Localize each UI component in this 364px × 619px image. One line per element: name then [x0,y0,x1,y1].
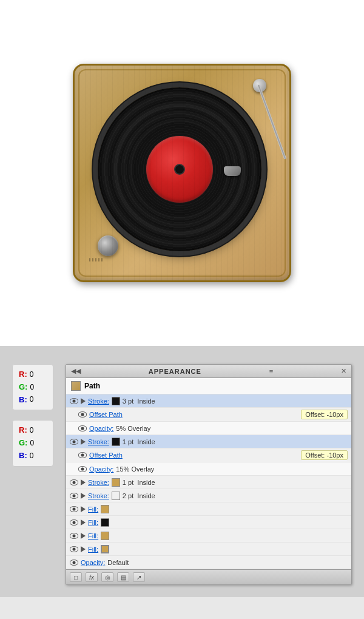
stroke-row-1: Stroke: 3 pt Inside [66,394,351,408]
red-label-2: R: [19,424,27,437]
tonearm [206,79,272,176]
panel-title: APPEARANCE [149,368,201,375]
turntable-body [73,64,291,282]
green-label: G: [19,381,27,394]
offset-path-row-2: Offset Path Offset: -10px [66,448,351,462]
color-card-row: B: 0 [19,394,47,407]
path-swatch [71,381,81,391]
panel-footer: □ fx ◎ ▤ ↗ [66,569,351,584]
opacity-label-2[interactable]: Opacity: [89,465,113,473]
visibility-icon-3[interactable] [78,425,87,431]
fill-swatch-3 [101,532,109,540]
offset-badge-2: Offset: -10px [301,450,348,460]
fill-label-4[interactable]: Fill: [88,546,98,553]
vinyl-hole [175,165,184,174]
stroke-label-3[interactable]: Stroke: [88,479,109,486]
offset-path-label-2[interactable]: Offset Path [89,452,123,459]
blue-label: B: [19,394,27,407]
expand-triangle-7[interactable] [81,533,86,539]
top-canvas-area [0,0,364,346]
stroke-row-3: Stroke: 1 pt Inside [66,476,351,489]
expand-triangle-2[interactable] [81,439,86,445]
stroke-swatch-4 [112,492,120,500]
footer-fx-button[interactable]: fx [86,572,98,582]
volume-knob [98,235,118,256]
visibility-icon-2[interactable] [78,411,87,418]
footer-delete-button[interactable]: ↗ [133,572,145,582]
panel-close-button[interactable]: ✕ [341,367,346,375]
stroke-label-4[interactable]: Stroke: [88,492,109,499]
stroke-label-2[interactable]: Stroke: [88,438,109,445]
expand-triangle-4[interactable] [81,493,86,499]
color-card-row: B: 0 [19,450,47,462]
visibility-icon-6[interactable] [78,466,87,472]
path-header-label: Path [84,382,100,390]
offset-path-label-1[interactable]: Offset Path [89,411,123,418]
color-card-row: R: 0 [19,424,47,437]
expand-triangle-5[interactable] [81,506,86,512]
color-cards: R: 0 G: 0 B: 0 R: 0 G: 0 B: 0 [12,364,53,585]
panel-menu-button[interactable]: ≡ [269,368,273,375]
fill-row-1: Fill: [66,502,351,516]
visibility-icon-5[interactable] [78,452,87,458]
expand-triangle-8[interactable] [81,546,86,552]
tonearm-head [224,166,241,176]
opacity-text-2: 15% Overlay [116,465,154,473]
knob-mark [95,258,96,262]
visibility-icon-10[interactable] [70,519,78,526]
bottom-panel-area: R: 0 G: 0 B: 0 R: 0 G: 0 B: 0 [0,346,364,597]
fill-swatch-4 [101,545,109,553]
stroke-text-3: 1 pt Inside [123,479,155,486]
visibility-icon-8[interactable] [70,493,78,499]
opacity-default-label[interactable]: Opacity: [81,559,105,566]
stroke-text-1: 3 pt Inside [123,397,155,405]
expand-triangle-3[interactable] [81,479,86,485]
visibility-icon-7[interactable] [70,479,78,485]
green-value-2: 0 [30,438,34,449]
expand-triangle-6[interactable] [81,519,86,526]
opacity-default-text: Default [107,559,129,566]
stroke-swatch-1 [112,397,120,405]
footer-duplicate-button[interactable]: ▤ [117,572,129,582]
opacity-row-2: Opacity: 15% Overlay [66,462,351,476]
knob-mark [89,258,90,262]
offset-path-row-1: Offset Path Offset: -10px [66,408,351,422]
knob-mark [101,258,103,262]
opacity-label-1[interactable]: Opacity: [89,425,113,432]
vinyl-label [146,136,213,203]
tonearm-arm [257,84,286,160]
red-value: 0 [30,369,34,381]
green-label-2: G: [19,437,27,450]
fill-label-2[interactable]: Fill: [88,519,98,526]
fill-label-3[interactable]: Fill: [88,532,98,540]
fill-row-4: Fill: [66,543,351,556]
red-label: R: [19,368,27,381]
fill-label-1[interactable]: Fill: [88,506,98,513]
appearance-panel: ◀◀ APPEARANCE ≡ ✕ Path Stroke: 3 pt Insi… [66,364,352,585]
footer-add-button[interactable]: □ [70,572,82,582]
color-card-row: G: 0 [19,437,47,450]
fill-row-2: Fill: [66,516,351,529]
visibility-icon-11[interactable] [70,533,78,539]
visibility-icon-4[interactable] [70,439,78,445]
stroke-swatch-2 [112,438,120,446]
blue-value: 0 [30,394,34,405]
visibility-icon-13[interactable] [70,560,78,566]
stroke-text-2: 1 pt Inside [123,438,155,445]
collapse-button[interactable]: ◀◀ [71,367,81,375]
visibility-icon-1[interactable] [70,398,78,404]
visibility-icon-9[interactable] [70,506,78,512]
stroke-label-1[interactable]: Stroke: [88,397,109,405]
visibility-icon-12[interactable] [70,546,78,552]
stroke-text-4: 2 pt Inside [123,492,155,499]
blue-value-2: 0 [30,450,34,462]
expand-triangle-1[interactable] [81,398,86,404]
fill-row-3: Fill: [66,529,351,543]
footer-link-button[interactable]: ◎ [101,572,113,582]
opacity-row-1: Opacity: 5% Overlay [66,422,351,435]
color-card-1: R: 0 G: 0 B: 0 [12,364,53,410]
turntable-icon [73,64,291,282]
fill-swatch-1 [101,505,109,513]
fill-swatch-2 [101,518,109,527]
knob-mark [98,258,99,262]
